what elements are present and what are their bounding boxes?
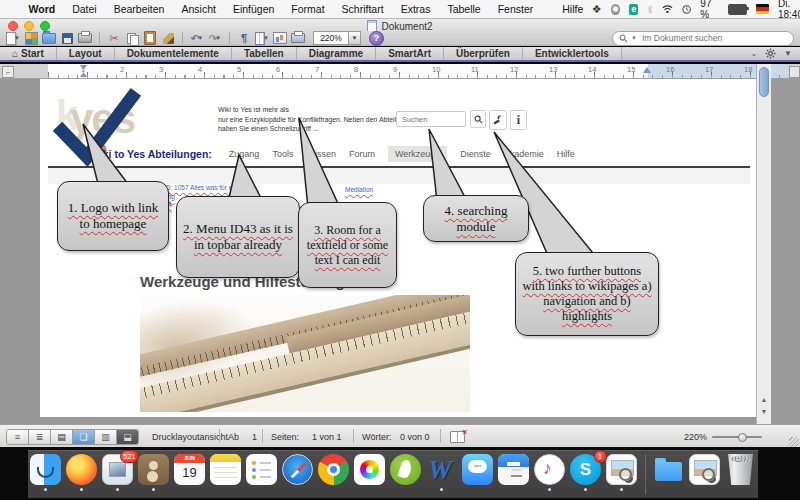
menu-extras[interactable]: Extras: [392, 0, 439, 19]
horizontal-ruler[interactable]: ⌐ 123456789101112131415161718: [0, 64, 800, 79]
words-value[interactable]: 0 von 0: [400, 432, 430, 442]
dock-skype[interactable]: 1: [570, 454, 602, 491]
zoom-value[interactable]: 220%: [313, 31, 349, 45]
wiki-nav-zugang[interactable]: Zugang: [229, 149, 260, 159]
dock-firefox[interactable]: [66, 454, 98, 491]
wiki-nav-dienste[interactable]: Dienste: [460, 149, 491, 159]
dock-pictures[interactable]: [689, 454, 721, 485]
dock-chrome[interactable]: [318, 454, 350, 485]
words-label[interactable]: Wörter:: [362, 432, 392, 442]
dock-safari[interactable]: [282, 454, 314, 485]
section-value[interactable]: 1: [252, 432, 257, 442]
dock-trash[interactable]: [725, 454, 757, 485]
scroll-up-arrow[interactable]: ▲: [757, 396, 771, 403]
dock-finder[interactable]: [30, 454, 62, 491]
zoom-slider-knob[interactable]: [738, 433, 747, 442]
menu-schriftart[interactable]: Schriftart: [333, 0, 392, 19]
pages-value[interactable]: 1 von 1: [312, 432, 342, 442]
menu-ansicht[interactable]: Ansicht: [173, 0, 224, 19]
wiki-link-fragment[interactable]: ID: 1057 Alles was für ein: [164, 184, 237, 191]
dropbox-icon[interactable]: ❖: [592, 3, 602, 16]
dock-keynote[interactable]: [498, 454, 530, 485]
dock-mail[interactable]: 521: [102, 454, 134, 491]
zoom-control[interactable]: 220% ▼: [313, 31, 361, 45]
ribbon-tab-layout[interactable]: Layout: [57, 47, 115, 60]
pages-label[interactable]: Seiten:: [271, 432, 299, 442]
dock-itunes[interactable]: [534, 454, 566, 491]
menubar-clock[interactable]: Di. 18:40: [778, 0, 800, 20]
wiki-logo-checkmark[interactable]: [50, 87, 180, 177]
wiki-nav-akademie[interactable]: Akademie: [504, 149, 544, 159]
undo-button[interactable]: ↶▼: [190, 32, 204, 44]
outline-view-button[interactable]: ≣: [29, 430, 51, 444]
callout-4-search[interactable]: 4. searching module: [423, 195, 529, 242]
wiki-nav-wissen[interactable]: Wissen: [306, 149, 336, 159]
spelling-status-icon[interactable]: [450, 431, 465, 443]
callout-2-menu[interactable]: 2. Menu ID43 as it is in topbar already: [176, 196, 300, 278]
callout-1-logo[interactable]: 1. Logo with link to homepage: [57, 181, 169, 251]
app-status-icon[interactable]: [611, 4, 621, 15]
format-painter-button[interactable]: [161, 32, 175, 44]
bluetooth-icon[interactable]: [647, 4, 653, 15]
zoom-slider[interactable]: [712, 436, 762, 438]
wiki-link-mediation[interactable]: Mediation: [345, 186, 373, 193]
wiki-nav-tools[interactable]: Tools: [272, 149, 293, 159]
document-gallery-button[interactable]: [24, 32, 38, 44]
ribbon-tab-start[interactable]: Start: [0, 47, 57, 60]
menu-format[interactable]: Format: [283, 0, 333, 19]
menu-einfügen[interactable]: Einfügen: [224, 0, 282, 19]
ribbon-tab-diagramme[interactable]: Diagramme: [297, 47, 376, 60]
wiki-tools-button[interactable]: [489, 110, 507, 130]
dock-contacts[interactable]: [138, 454, 170, 491]
menu-tabelle[interactable]: Tabelle: [439, 0, 489, 19]
dock-word[interactable]: [426, 454, 458, 491]
gear-dropdown[interactable]: ▼: [784, 49, 792, 58]
dock-photos[interactable]: [354, 454, 386, 485]
document-search-input[interactable]: [640, 32, 787, 44]
media-browser-button[interactable]: [273, 32, 287, 44]
print-button[interactable]: [78, 32, 92, 44]
new-document-button[interactable]: ▼: [6, 32, 20, 44]
ribbon-tab-smartart[interactable]: SmartArt: [376, 47, 444, 60]
collapse-ribbon-button[interactable]: ⌄: [750, 49, 757, 58]
gear-icon[interactable]: [765, 48, 776, 59]
german-flag-icon[interactable]: [756, 4, 769, 14]
ribbon-tab-entwicklertools[interactable]: Entwicklertools: [523, 47, 622, 60]
menu-fenster[interactable]: Fenster: [489, 0, 542, 19]
columns-button[interactable]: ▼: [255, 32, 269, 44]
paste-button[interactable]: [143, 32, 157, 44]
save-button[interactable]: [60, 32, 74, 44]
print-layout-view-button[interactable]: ❏: [73, 430, 95, 444]
redo-button[interactable]: ↷▼: [208, 32, 222, 44]
menu-bearbeiten[interactable]: Bearbeiten: [105, 0, 173, 19]
time-machine-icon[interactable]: [682, 4, 691, 15]
tab-stop-selector[interactable]: ⌐: [2, 66, 14, 78]
wifi-icon[interactable]: [662, 4, 673, 14]
fullscreen-view-button[interactable]: ⬓: [117, 430, 138, 444]
menu-word[interactable]: Word: [20, 0, 64, 19]
menu-datei[interactable]: Datei: [64, 0, 106, 19]
scroll-down-arrow[interactable]: ▼: [757, 408, 771, 415]
dock-reminders[interactable]: [246, 454, 278, 485]
vscroll-thumb[interactable]: [759, 67, 769, 97]
vertical-scrollbar[interactable]: ▲ ▼: [756, 64, 771, 424]
battery-icon[interactable]: [728, 4, 747, 15]
ribbon-tab-tabellen[interactable]: Tabellen: [232, 47, 297, 60]
publishing-view-button[interactable]: ▤: [51, 430, 73, 444]
section-label[interactable]: Ab: [228, 432, 239, 442]
cut-button[interactable]: ✂: [107, 32, 121, 44]
dock-messages[interactable]: [462, 454, 494, 485]
notebook-view-button[interactable]: ▥: [95, 430, 117, 444]
wiki-nav-forum[interactable]: Forum: [349, 149, 375, 159]
callout-3-textfield[interactable]: 3. Room for a textfield or some text I c…: [298, 202, 397, 288]
help-button[interactable]: ?: [369, 31, 384, 46]
ribbon-tab-überprüfen[interactable]: Überprüfen: [444, 47, 523, 60]
ruler-toggle-box[interactable]: [789, 66, 800, 78]
wiki-search-input[interactable]: [396, 111, 466, 127]
show-formatting-button[interactable]: ¶: [237, 32, 251, 44]
wiki-info-button[interactable]: i: [510, 110, 527, 130]
dock-folder[interactable]: [653, 454, 685, 485]
zoom-dropdown[interactable]: ▼: [349, 31, 361, 45]
copy-button[interactable]: [125, 32, 139, 44]
open-button[interactable]: [42, 32, 56, 44]
